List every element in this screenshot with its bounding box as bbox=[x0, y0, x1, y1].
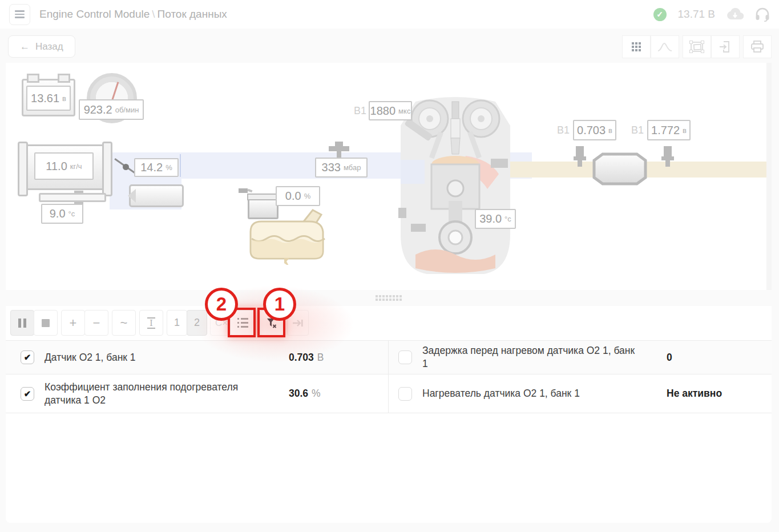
value-o2-sensor-2: 1.772в bbox=[647, 120, 691, 140]
headphones-icon[interactable] bbox=[755, 7, 770, 22]
breadcrumb-page: Поток данных bbox=[158, 8, 227, 20]
row-checkbox[interactable]: ✔ bbox=[21, 350, 34, 364]
bank-label: B1 bbox=[631, 124, 644, 136]
purge-canister-icon bbox=[248, 198, 278, 219]
param-label: Задержка перед нагревом датчика O2 1, ба… bbox=[422, 344, 639, 370]
param-value: 30.6% bbox=[289, 388, 321, 400]
row-checkbox[interactable]: ✔ bbox=[21, 387, 34, 401]
bank-label: B1 bbox=[354, 105, 366, 117]
stream-toolbar: + − ~ I 1 2 C× Датчик O2 1 bbox=[6, 306, 772, 340]
bank-label: B1 bbox=[557, 124, 570, 136]
skip-button[interactable] bbox=[287, 310, 309, 336]
export-icon bbox=[719, 40, 732, 54]
datastream-panel: 13.61в 923.2об/мин B1 1880мкс 11.0кг/ч 1… bbox=[6, 63, 772, 523]
param-value: Не активно bbox=[667, 388, 722, 400]
table-row[interactable]: ✔ Датчик O2 1, банк 1 0.703В bbox=[6, 341, 388, 374]
zoom-out-button[interactable]: − bbox=[84, 310, 108, 336]
table-row[interactable]: ✔ Коэффициент заполнения подогревателя д… bbox=[6, 374, 388, 413]
record-cancel-icon: C× bbox=[215, 317, 228, 329]
pause-button[interactable] bbox=[10, 310, 34, 336]
value-purge-valve: 0.0% bbox=[276, 186, 320, 206]
view-print-button[interactable] bbox=[743, 35, 772, 58]
pause-icon bbox=[18, 319, 26, 328]
view-grid-button[interactable] bbox=[622, 35, 651, 58]
connection-status-icon: ✓ bbox=[653, 8, 667, 21]
back-arrow-icon: ← bbox=[20, 41, 30, 53]
back-button[interactable]: ← Назад bbox=[8, 35, 75, 58]
value-mass-air-flow: 11.0кг/ч bbox=[34, 152, 94, 180]
chart-icon bbox=[657, 42, 672, 52]
o2-sensor-post-icon bbox=[661, 146, 675, 168]
table-row[interactable]: Нагреватель датчика O2 1, банк 1 Не акти… bbox=[389, 374, 772, 413]
menu-button[interactable] bbox=[9, 4, 30, 25]
cloud-download-icon[interactable] bbox=[726, 8, 744, 21]
param-value: 0.703В bbox=[289, 352, 324, 364]
layout-1-button[interactable]: 1 bbox=[167, 310, 187, 336]
frame-icon bbox=[689, 41, 704, 53]
layout-2-button[interactable]: 2 bbox=[187, 310, 207, 336]
idle-valve-icon bbox=[129, 184, 184, 207]
grid-icon bbox=[632, 42, 641, 51]
minus-icon: − bbox=[93, 316, 100, 331]
engine-block-icon bbox=[398, 91, 512, 280]
autoscale-icon: I bbox=[147, 317, 155, 329]
view-export-button[interactable] bbox=[711, 35, 740, 58]
o2-sensor-pre-icon bbox=[573, 146, 587, 168]
param-value: 0 bbox=[667, 352, 672, 364]
print-icon bbox=[750, 41, 764, 53]
air-duct-icon bbox=[39, 193, 106, 202]
value-coolant-temp: 39.0°с bbox=[475, 209, 516, 229]
value-manifold-pressure: 333мбар bbox=[315, 158, 368, 178]
value-battery-voltage: 13.61в bbox=[26, 86, 71, 111]
app-header: Engine Control Module\Поток данных ✓ 13.… bbox=[0, 0, 779, 29]
autoscale-button[interactable]: I bbox=[139, 310, 163, 336]
wave-view-button[interactable]: ~ bbox=[112, 310, 136, 336]
back-label: Назад bbox=[35, 41, 63, 53]
view-frame-button[interactable] bbox=[683, 35, 711, 58]
list-icon bbox=[237, 318, 248, 328]
wave-icon: ~ bbox=[120, 316, 128, 331]
zoom-in-button[interactable]: + bbox=[61, 310, 85, 336]
engine-diagram: 13.61в 923.2об/мин B1 1880мкс 11.0кг/ч 1… bbox=[6, 63, 772, 290]
value-throttle-pos: 14.2% bbox=[134, 158, 179, 177]
param-label: Коэффициент заполнения подогревателя дат… bbox=[45, 381, 261, 407]
plus-icon: + bbox=[70, 316, 77, 331]
battery-voltage-readout: 13.71 В bbox=[678, 8, 716, 21]
view-chart-button[interactable] bbox=[651, 35, 679, 58]
filter-clear-button[interactable] bbox=[260, 310, 284, 336]
table-row[interactable]: Задержка перед нагревом датчика O2 1, ба… bbox=[389, 341, 772, 374]
breadcrumb: Engine Control Module\Поток данных bbox=[39, 8, 227, 21]
breadcrumb-module: Engine Control Module bbox=[39, 8, 150, 20]
param-label: Датчик O2 1, банк 1 bbox=[45, 351, 136, 364]
stop-icon bbox=[42, 319, 50, 327]
page-toolbar: ← Назад bbox=[0, 29, 779, 63]
splitter-handle[interactable] bbox=[376, 295, 402, 301]
parameters-table: ✔ Датчик O2 1, банк 1 0.703В ✔ Коэффицие… bbox=[6, 340, 772, 523]
diagram-scrollbar[interactable] bbox=[766, 63, 772, 290]
hamburger-icon bbox=[15, 10, 25, 12]
value-intake-air-temp: 9.0°с bbox=[41, 204, 83, 224]
row-checkbox[interactable] bbox=[398, 350, 412, 364]
param-label: Нагреватель датчика O2 1, банк 1 bbox=[422, 387, 580, 400]
skip-icon bbox=[292, 319, 304, 327]
throttle-valve-icon bbox=[114, 155, 137, 178]
value-engine-rpm: 923.2об/мин bbox=[79, 99, 144, 120]
breadcrumb-separator: \ bbox=[150, 8, 157, 20]
parameter-list-button[interactable] bbox=[230, 310, 255, 336]
value-injection-time: 1880мкс bbox=[369, 101, 412, 120]
value-o2-sensor-1: 0.703в bbox=[573, 120, 616, 140]
filter-clear-icon bbox=[266, 317, 277, 329]
panel-splitter bbox=[6, 290, 772, 306]
stop-button[interactable] bbox=[34, 310, 58, 336]
record-cancel-button[interactable]: C× bbox=[210, 310, 233, 336]
row-checkbox[interactable] bbox=[398, 387, 412, 401]
catalyst-icon bbox=[591, 152, 648, 186]
